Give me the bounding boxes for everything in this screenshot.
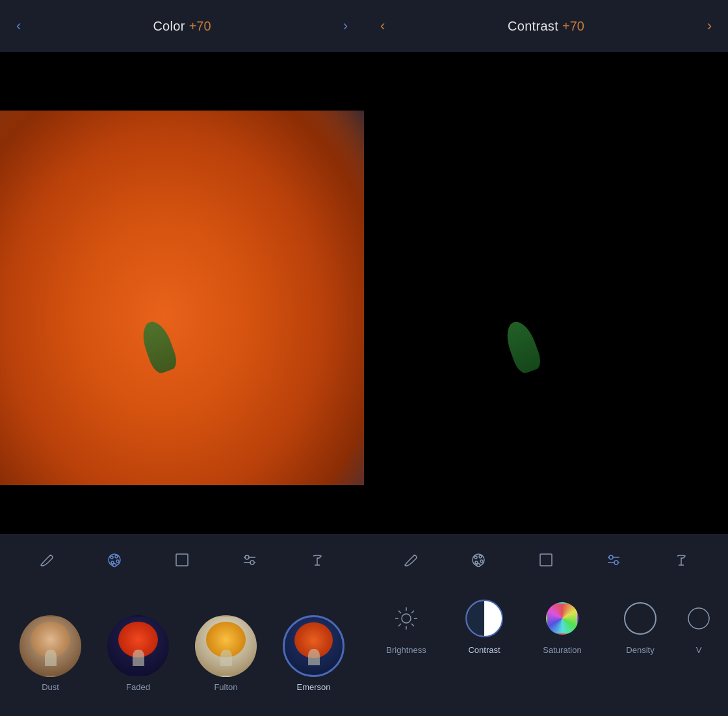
right-flower-image — [364, 111, 728, 485]
filter-label-faded: Faded — [126, 682, 150, 692]
filter-thumb-faded — [107, 615, 169, 677]
filter-thumb-dust — [20, 615, 81, 677]
brush-tool-left[interactable] — [32, 546, 61, 574]
svg-point-15 — [480, 560, 483, 563]
left-header: ‹ Color +70 › — [0, 0, 364, 52]
filter-label-dust: Dust — [42, 682, 59, 692]
filter-thumb-fulton — [195, 615, 257, 677]
svg-point-1 — [110, 556, 113, 559]
adjustment-v[interactable]: V — [679, 596, 718, 655]
left-nav-next[interactable]: › — [337, 11, 354, 41]
left-filter-section: Dust Faded Fulton Emerson — [0, 586, 364, 716]
svg-rect-6 — [176, 554, 188, 566]
filter-label-fulton: Fulton — [214, 682, 237, 692]
left-image-area — [0, 52, 364, 534]
svg-point-5 — [113, 564, 116, 567]
svg-point-24 — [402, 614, 411, 623]
density-circle — [624, 602, 656, 635]
saturation-label: Saturation — [543, 645, 581, 655]
svg-point-10 — [250, 561, 254, 564]
left-value: +70 — [189, 19, 211, 34]
contrast-circle — [465, 600, 503, 637]
right-nav-next[interactable]: › — [701, 11, 718, 41]
adjustment-contrast[interactable]: Contrast — [445, 596, 523, 655]
text-tool-left[interactable] — [303, 546, 332, 574]
filter-label-emerson: Emerson — [296, 682, 330, 692]
palette-tool-right[interactable] — [464, 546, 493, 574]
brush-tool-right[interactable] — [396, 546, 425, 574]
svg-rect-18 — [540, 554, 552, 566]
svg-point-13 — [474, 556, 477, 559]
left-panel: ‹ Color +70 › — [0, 0, 364, 716]
svg-point-17 — [477, 564, 480, 567]
svg-line-30 — [411, 624, 414, 626]
right-title: Contrast — [508, 19, 558, 34]
saturation-circle — [546, 602, 578, 635]
contrast-label: Contrast — [468, 645, 500, 655]
right-nav-prev[interactable]: ‹ — [374, 11, 391, 41]
svg-point-9 — [245, 555, 249, 559]
left-toolbar — [0, 534, 364, 586]
right-black-bar-top — [364, 52, 728, 111]
right-header: ‹ Contrast +70 › — [364, 0, 728, 52]
right-toolbar — [364, 534, 728, 586]
svg-point-33 — [688, 608, 709, 629]
palette-tool-left[interactable] — [100, 546, 129, 574]
svg-point-2 — [115, 555, 118, 558]
right-image-area — [364, 52, 728, 534]
left-flower-image — [0, 111, 364, 485]
adjustment-brightness[interactable]: Brightness — [367, 596, 445, 655]
adjustment-saturation[interactable]: Saturation — [523, 596, 601, 655]
svg-line-29 — [398, 611, 401, 613]
right-black-bar-bottom — [364, 485, 728, 534]
filter-fulton[interactable]: Fulton — [195, 615, 257, 692]
saturation-icon — [540, 596, 585, 641]
filter-emerson[interactable]: Emerson — [283, 615, 344, 692]
left-black-bar-top — [0, 52, 364, 111]
right-adjustment-section: Brightness Contrast Saturation — [364, 586, 728, 716]
filter-faded[interactable]: Faded — [107, 615, 169, 692]
svg-point-22 — [614, 561, 618, 564]
svg-point-14 — [479, 555, 482, 558]
svg-line-31 — [411, 611, 414, 613]
adjustment-density[interactable]: Density — [601, 596, 679, 655]
filter-dust[interactable]: Dust — [20, 615, 81, 692]
contrast-icon — [462, 596, 507, 641]
right-panel: ‹ Contrast +70 › — [364, 0, 728, 716]
left-black-bar-bottom — [0, 485, 364, 534]
right-flower-painting — [364, 111, 728, 485]
filter-list: Dust Faded Fulton Emerson — [0, 586, 364, 716]
svg-point-3 — [116, 560, 119, 563]
filter-thumb-emerson — [283, 615, 344, 677]
brightness-icon — [384, 596, 429, 641]
canvas-tool-right[interactable] — [532, 546, 560, 574]
svg-line-32 — [398, 624, 401, 626]
v-icon — [676, 596, 722, 641]
density-label: Density — [626, 645, 654, 655]
left-nav-prev[interactable]: ‹ — [10, 11, 27, 41]
left-flower-painting — [0, 111, 364, 485]
brightness-label: Brightness — [386, 645, 426, 655]
canvas-tool-left[interactable] — [168, 546, 196, 574]
density-icon — [618, 596, 663, 641]
text-tool-right[interactable] — [667, 546, 696, 574]
left-title: Color — [153, 19, 185, 34]
right-value: +70 — [562, 19, 584, 34]
adjustment-list: Brightness Contrast Saturation — [364, 586, 728, 716]
sliders-tool-right[interactable] — [599, 546, 628, 574]
sliders-tool-left[interactable] — [235, 546, 264, 574]
v-label: V — [696, 645, 702, 655]
svg-point-21 — [609, 555, 613, 559]
